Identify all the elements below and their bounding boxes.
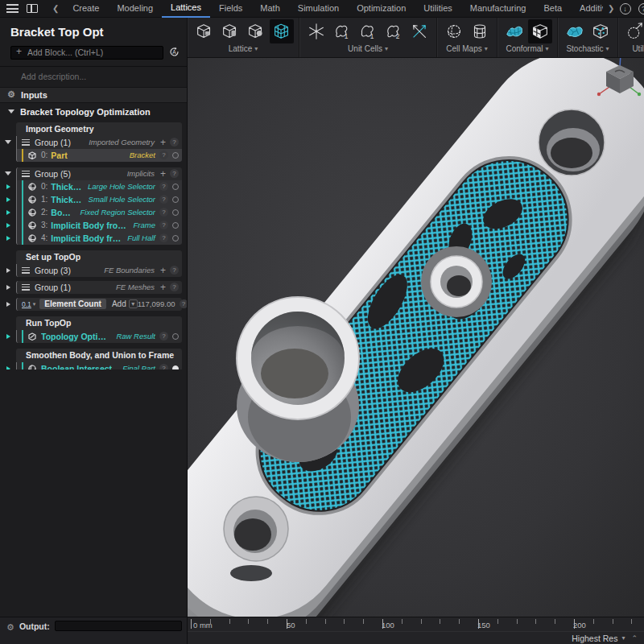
info-icon[interactable] — [170, 283, 179, 291]
info-icon[interactable] — [159, 233, 168, 242]
add-to-group-icon[interactable] — [160, 265, 166, 276]
section-header[interactable]: Smoothen Body, and Union to Frame — [16, 349, 182, 362]
tab-modeling[interactable]: Modeling — [108, 0, 162, 18]
play-icon[interactable] — [6, 184, 10, 189]
description-placeholder[interactable]: Add description... — [0, 67, 187, 87]
group-row[interactable]: Group (3) FE Boundaries — [16, 264, 182, 277]
sphere-cell-map-icon[interactable] — [442, 19, 466, 43]
block-row[interactable]: 2: Boolean Union Fixed Region Selector — [16, 206, 182, 219]
block-row[interactable]: 3: Implicit Body from CAD Body Frame — [16, 219, 182, 232]
play-icon[interactable] — [6, 223, 10, 228]
unit-badge[interactable]: 0.1 — [22, 300, 31, 308]
download-icon[interactable]: ↓ — [620, 3, 631, 14]
tab-utilities[interactable]: Utilities — [415, 0, 460, 18]
lattice-cylinder-icon[interactable] — [218, 19, 242, 43]
info-icon[interactable] — [180, 299, 187, 308]
add-block-input[interactable] — [10, 46, 163, 60]
strut-star-icon[interactable] — [304, 19, 328, 43]
element-count-row[interactable]: 0.1 ▾ Element Count Add ▾ 117,099.00 — [16, 298, 182, 311]
viewport-3d[interactable] — [188, 58, 644, 617]
info-icon[interactable] — [159, 332, 168, 341]
info-icon[interactable] — [170, 138, 179, 147]
conformal-cube-icon[interactable] — [528, 19, 552, 43]
tree-section-header[interactable]: Bracket Topology Optimization — [0, 103, 187, 121]
block-row[interactable]: Boolean Intersect Final Part — [16, 362, 182, 369]
play-icon[interactable] — [6, 210, 10, 215]
visibility-toggle[interactable] — [172, 152, 179, 159]
section-header[interactable]: Run TopOp — [16, 316, 182, 330]
tab-scroll-left-icon[interactable]: ❮ — [47, 4, 64, 13]
lattice-cube-icon[interactable] — [192, 19, 217, 43]
stochastic-group-label[interactable]: Stochastic — [566, 44, 609, 53]
conformal-group-label[interactable]: Conformal — [506, 44, 548, 53]
section-header[interactable]: Import Geometry — [16, 122, 182, 136]
group-row[interactable]: Group (1) FE Meshes — [16, 281, 182, 294]
info-icon[interactable] — [170, 169, 179, 178]
info-icon[interactable] — [159, 221, 168, 229]
unit-cells-group-label[interactable]: Unit Cells — [348, 44, 388, 53]
unit-cell-one-alt-icon[interactable]: 1 — [356, 19, 380, 43]
info-icon[interactable] — [159, 195, 168, 204]
lattice-group-label[interactable]: Lattice — [229, 44, 258, 53]
collapse-panel-icon[interactable]: ⌃ — [631, 634, 638, 642]
play-icon[interactable] — [6, 236, 10, 241]
info-icon[interactable] — [159, 208, 168, 217]
play-icon[interactable] — [6, 334, 10, 339]
tab-lattices[interactable]: Lattices — [162, 0, 210, 18]
visibility-toggle[interactable] — [172, 235, 179, 242]
section-header[interactable]: Set up TopOp — [16, 250, 182, 264]
block-row[interactable]: 1: Thicken Body Small Hole Selector — [16, 193, 182, 206]
element-count-chip[interactable]: Element Count — [39, 299, 106, 309]
toggle-panel-icon[interactable] — [27, 4, 38, 13]
add-to-group-icon[interactable] — [160, 282, 166, 293]
visibility-toggle[interactable] — [172, 222, 179, 229]
hamburger-menu-icon[interactable] — [6, 4, 19, 13]
block-row[interactable]: 4: Implicit Body from CAD Body Full Half — [16, 232, 182, 245]
circular-arrow-icon[interactable]: A — [168, 46, 180, 58]
gear-icon[interactable] — [6, 619, 14, 634]
transform-arrows-icon[interactable] — [407, 19, 431, 43]
play-icon[interactable] — [6, 197, 10, 202]
visibility-toggle[interactable] — [172, 333, 179, 340]
tab-create[interactable]: Create — [64, 0, 108, 18]
cell-maps-group-label[interactable]: Cell Maps — [446, 44, 487, 53]
tab-additive[interactable]: Additive — [571, 0, 603, 18]
play-icon[interactable] — [6, 302, 10, 307]
tab-manufacturing[interactable]: Manufacturing — [461, 0, 535, 18]
expand-icon[interactable] — [5, 140, 11, 144]
output-field[interactable] — [55, 621, 182, 631]
resolution-dropdown[interactable]: Highest Res ▾ — [572, 634, 625, 643]
help-icon[interactable]: ? — [638, 3, 644, 14]
unit-cell-two-icon[interactable]: 2 — [382, 19, 406, 43]
stochastic-surface-icon[interactable] — [563, 19, 587, 43]
lattice-trim-icon[interactable] — [623, 19, 644, 43]
tab-simulation[interactable]: Simulation — [289, 0, 348, 18]
play-icon[interactable] — [6, 285, 10, 290]
info-icon[interactable] — [159, 182, 168, 191]
block-row-part[interactable]: 0: Part Bracket — [16, 149, 182, 162]
visibility-toggle[interactable] — [172, 184, 179, 190]
info-icon[interactable] — [170, 266, 179, 275]
grid-lattice-icon[interactable] — [270, 19, 294, 43]
add-to-group-icon[interactable] — [160, 168, 166, 180]
block-row[interactable]: 0: Thicken Body Large Hole Selector — [16, 180, 182, 193]
stochastic-cube-icon[interactable] — [588, 19, 613, 43]
group-row[interactable]: Group (5) Implicits — [16, 167, 182, 180]
info-icon[interactable] — [159, 364, 168, 369]
tab-optimization[interactable]: Optimization — [348, 0, 415, 18]
tab-beta[interactable]: Beta — [535, 0, 571, 18]
add-dropdown[interactable]: Add ▾ — [112, 299, 138, 308]
visibility-toggle[interactable] — [172, 209, 179, 216]
inputs-section[interactable]: Inputs — [0, 87, 187, 103]
play-icon[interactable] — [6, 268, 10, 273]
info-icon[interactable] — [159, 151, 168, 159]
tab-scroll-right-icon[interactable]: ❯ — [603, 4, 619, 13]
visibility-toggle[interactable] — [172, 196, 179, 203]
utilities-group-label[interactable]: Utilities — [632, 44, 644, 53]
cylinder-cell-map-icon[interactable] — [468, 19, 492, 43]
group-row[interactable]: Group (1) Imported Geometry — [16, 136, 182, 149]
expand-icon[interactable] — [5, 171, 11, 175]
lattice-sphere-icon[interactable] — [244, 19, 268, 43]
unit-cell-one-icon[interactable]: 1 — [330, 19, 354, 43]
conformal-surface-icon[interactable] — [502, 19, 526, 43]
